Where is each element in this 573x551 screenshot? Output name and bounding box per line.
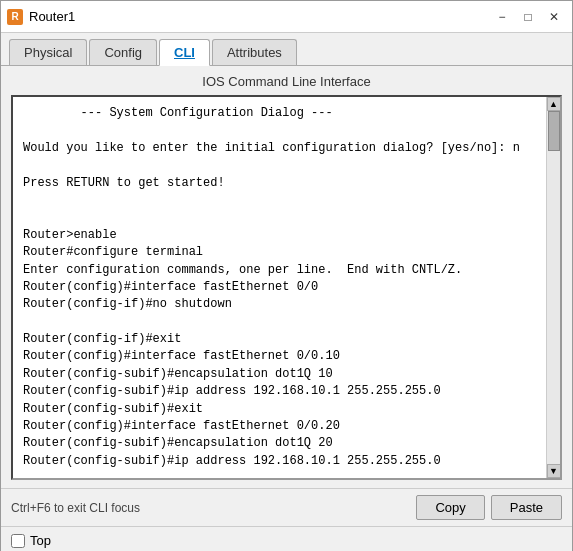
top-label: Top — [30, 533, 51, 548]
tab-config[interactable]: Config — [89, 39, 157, 65]
router-icon: R — [7, 9, 23, 25]
paste-button[interactable]: Paste — [491, 495, 562, 520]
footer-bar: Top — [1, 526, 572, 551]
terminal-wrapper: --- System Configuration Dialog --- Woul… — [11, 95, 562, 480]
tabs-bar: Physical Config CLI Attributes — [1, 33, 572, 66]
title-bar-left: R Router1 — [7, 9, 75, 25]
window-title: Router1 — [29, 9, 75, 24]
copy-button[interactable]: Copy — [416, 495, 484, 520]
tab-cli[interactable]: CLI — [159, 39, 210, 66]
top-checkbox[interactable] — [11, 534, 25, 548]
tab-attributes[interactable]: Attributes — [212, 39, 297, 65]
scroll-thumb[interactable] — [548, 111, 560, 151]
scroll-track[interactable] — [547, 111, 560, 464]
scrollbar[interactable]: ▲ ▼ — [546, 97, 560, 478]
terminal-output[interactable]: --- System Configuration Dialog --- Woul… — [13, 97, 560, 478]
minimize-button[interactable]: − — [490, 7, 514, 27]
main-window: R Router1 − □ ✕ Physical Config CLI Attr… — [0, 0, 573, 551]
content-area: IOS Command Line Interface --- System Co… — [1, 66, 572, 488]
close-button[interactable]: ✕ — [542, 7, 566, 27]
section-title: IOS Command Line Interface — [11, 74, 562, 89]
top-checkbox-wrap: Top — [11, 533, 51, 548]
bottom-bar: Ctrl+F6 to exit CLI focus Copy Paste — [1, 488, 572, 526]
scroll-up-button[interactable]: ▲ — [547, 97, 561, 111]
maximize-button[interactable]: □ — [516, 7, 540, 27]
cli-hint: Ctrl+F6 to exit CLI focus — [11, 501, 140, 515]
title-bar-controls: − □ ✕ — [490, 7, 566, 27]
bottom-buttons: Copy Paste — [416, 495, 562, 520]
title-bar: R Router1 − □ ✕ — [1, 1, 572, 33]
tab-physical[interactable]: Physical — [9, 39, 87, 65]
scroll-down-button[interactable]: ▼ — [547, 464, 561, 478]
